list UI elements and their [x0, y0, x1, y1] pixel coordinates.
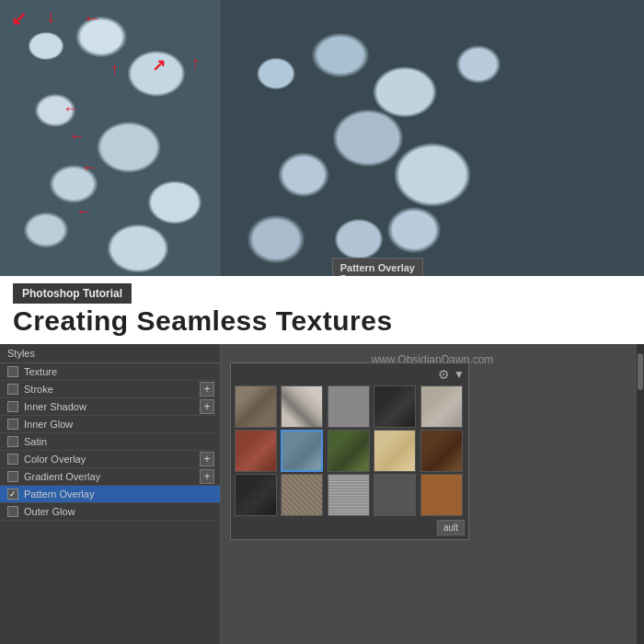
style-checkbox[interactable]: [7, 419, 18, 430]
tooltip-title: Pattern Overlay: [340, 262, 415, 273]
style-item-pattern-overlay[interactable]: Pattern Overlay: [0, 486, 220, 503]
style-add-button[interactable]: +: [200, 382, 214, 397]
style-label: Gradient Overlay: [24, 471, 213, 482]
scroll-bar[interactable]: [637, 344, 644, 644]
panel-header: Styles: [0, 344, 220, 363]
style-label: Texture: [24, 366, 213, 377]
style-label: Color Overlay: [24, 454, 213, 465]
texture-thumb-granite[interactable]: [235, 385, 277, 428]
style-add-button[interactable]: +: [200, 399, 214, 414]
texture-thumb-dark-stone[interactable]: [374, 385, 416, 428]
tooltip-overlay: Pattern Overlay Pattern: [332, 258, 423, 276]
style-item-gradient-overlay[interactable]: Gradient Overlay+: [0, 468, 220, 486]
styles-list: TextureStroke+Inner Shadow+Inner GlowSat…: [0, 363, 220, 521]
style-label: Outer Glow: [24, 506, 213, 517]
texture-thumb-asphalt[interactable]: [235, 474, 277, 516]
bottom-area: Styles TextureStroke+Inner Shadow+Inner …: [0, 344, 644, 644]
style-label: Pattern Overlay: [24, 489, 213, 500]
banner-subtitle: Photoshop Tutorial: [13, 283, 132, 304]
texture-thumb-grid-pattern[interactable]: [374, 474, 416, 516]
texture-thumb-wood[interactable]: [420, 474, 463, 516]
photo-area: ↙ ↓ ← ↑ ↗ ↑ ← ← ← ← Pattern Overlay Patt…: [0, 0, 644, 276]
scroll-thumb: [638, 353, 643, 390]
style-add-button[interactable]: +: [200, 469, 214, 484]
style-checkbox[interactable]: [7, 489, 18, 500]
style-checkbox[interactable]: [7, 384, 18, 395]
layer-styles-panel: Styles TextureStroke+Inner Shadow+Inner …: [0, 344, 221, 644]
gear-icon[interactable]: ⚙: [438, 367, 450, 382]
style-checkbox[interactable]: [7, 436, 18, 447]
tooltip-subtitle: Pattern: [340, 273, 415, 276]
banner-title: Creating Seamless Textures: [13, 305, 631, 337]
style-item-inner-shadow[interactable]: Inner Shadow+: [0, 398, 220, 416]
texture-thumb-rust[interactable]: [235, 430, 277, 472]
banner-area: Photoshop Tutorial Creating Seamless Tex…: [0, 276, 644, 344]
style-checkbox[interactable]: [7, 506, 18, 517]
style-label: Inner Shadow: [24, 401, 213, 412]
style-checkbox[interactable]: [7, 454, 18, 465]
photo-left-annotated: [0, 0, 221, 276]
style-label: Stroke: [24, 384, 213, 395]
style-item-satin[interactable]: Satin: [0, 433, 220, 451]
texture-grid: [235, 385, 465, 516]
texture-thumb-fabric[interactable]: [281, 474, 323, 516]
style-item-inner-glow[interactable]: Inner Glow: [0, 416, 220, 433]
style-item-stroke[interactable]: Stroke+: [0, 381, 220, 398]
texture-thumb-sand[interactable]: [374, 430, 416, 472]
style-item-outer-glow[interactable]: Outer Glow: [0, 503, 220, 521]
texture-thumb-concrete[interactable]: [328, 385, 370, 428]
texture-thumb-bark[interactable]: [420, 430, 463, 472]
texture-thumb-brushed-metal[interactable]: [328, 474, 370, 516]
texture-thumb-light-stone[interactable]: [420, 385, 463, 428]
style-checkbox[interactable]: [7, 366, 18, 377]
style-item-texture[interactable]: Texture: [0, 363, 220, 381]
picker-toolbar: ⚙ ▼: [235, 367, 465, 382]
texture-thumb-moss[interactable]: [328, 430, 370, 472]
style-label: Satin: [24, 436, 213, 447]
texture-thumb-lichen[interactable]: [281, 430, 323, 472]
picker-dots: ▼: [454, 368, 465, 381]
texture-panel: www.ObsidianDawn.com ⚙ ▼ ault: [221, 344, 644, 644]
texture-thumb-marble[interactable]: [281, 385, 323, 428]
texture-picker: ⚙ ▼ ault: [230, 362, 469, 540]
style-item-color-overlay[interactable]: Color Overlay+: [0, 451, 220, 468]
style-add-button[interactable]: +: [200, 452, 214, 466]
style-checkbox[interactable]: [7, 401, 18, 412]
texture-background: [221, 0, 644, 276]
style-checkbox[interactable]: [7, 471, 18, 482]
style-label: Inner Glow: [24, 419, 213, 430]
default-button[interactable]: ault: [437, 520, 465, 535]
